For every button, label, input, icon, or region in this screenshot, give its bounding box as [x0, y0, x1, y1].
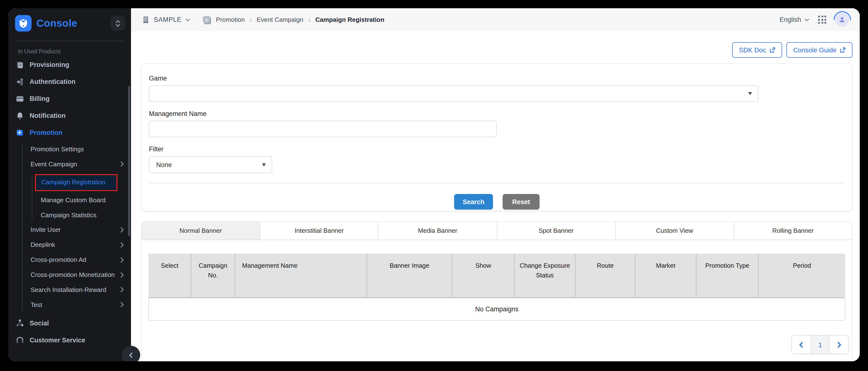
- game-select[interactable]: [149, 86, 758, 102]
- dropdown-caret-icon: [748, 92, 752, 95]
- breadcrumb-separator: ›: [249, 16, 253, 24]
- column-header-route: Route: [576, 254, 636, 297]
- sidebar-item-promotion[interactable]: Promotion: [8, 124, 131, 141]
- column-header-management-name: Management Name: [235, 254, 367, 297]
- form-actions: Search Reset: [149, 194, 845, 209]
- chevron-right-icon: [120, 227, 124, 233]
- sidebar-item-label: Social: [30, 319, 49, 327]
- sidebar-item-customer-service[interactable]: Customer Service: [8, 332, 131, 349]
- chevron-down-icon: [185, 18, 190, 21]
- table-header-row: Select Campaign No. Management Name Bann…: [149, 254, 845, 298]
- sidebar-expand-toggle-button[interactable]: [111, 16, 125, 31]
- campaign-table: Select Campaign No. Management Name Bann…: [149, 254, 845, 321]
- sidebar-item-billing[interactable]: Billing: [8, 90, 131, 107]
- sidebar-item-invite-user[interactable]: Invite User: [8, 223, 131, 238]
- login-icon: [15, 77, 24, 86]
- chevron-right-icon: [120, 161, 124, 167]
- pagination-current-page[interactable]: 1: [811, 336, 830, 353]
- sidebar-item-test[interactable]: Test: [8, 298, 131, 313]
- chevron-right-icon: [837, 341, 841, 348]
- chevron-right-icon: [120, 287, 124, 293]
- sidebar-item-label: Billing: [30, 95, 50, 102]
- apps-grid-icon[interactable]: [818, 15, 826, 24]
- console-guide-button[interactable]: Console Guide: [786, 42, 852, 58]
- column-header-banner-image: Banner Image: [367, 254, 453, 297]
- tab-interstitial-banner[interactable]: Interstitial Banner: [260, 222, 378, 240]
- sidebar-item-promotion-settings[interactable]: Promotion Settings: [8, 142, 131, 157]
- sidebar-item-social[interactable]: Social: [8, 315, 131, 332]
- org-selector[interactable]: SAMPLE: [142, 15, 190, 24]
- filter-label: Filter: [149, 145, 845, 153]
- pagination-prev-button[interactable]: [792, 336, 811, 353]
- sidebar-item-label: Authentication: [30, 78, 75, 86]
- tab-normal-banner[interactable]: Normal Banner: [142, 222, 260, 240]
- person-icon: [838, 16, 846, 23]
- column-header-promotion-type: Promotion Type: [697, 254, 759, 297]
- chevron-right-icon: [120, 302, 124, 308]
- console-logo-text: Console: [36, 18, 106, 29]
- page-content: SDK Doc Console Guide Game Management Na…: [131, 31, 860, 361]
- search-button[interactable]: Search: [454, 194, 493, 209]
- sidebar-item-label: Notification: [30, 112, 66, 119]
- campaign-list-card: Normal Banner Interstitial Banner Media …: [141, 221, 852, 361]
- chevron-right-icon: [120, 257, 124, 263]
- sidebar-item-manage-custom-board[interactable]: Manage Custom Board: [8, 193, 131, 208]
- sidebar-item-deeplink[interactable]: Deeplink: [8, 238, 131, 253]
- chevron-left-icon: [129, 352, 133, 358]
- chevron-up-icon: [115, 20, 121, 23]
- documents-icon: [15, 60, 24, 69]
- topbar-controls: English: [779, 12, 849, 27]
- table-empty-row: No Campaigns: [149, 298, 845, 321]
- breadcrumb-item-event-campaign[interactable]: Event Campaign: [257, 16, 303, 23]
- sidebar-item-campaign-statistics[interactable]: Campaign Statistics: [8, 208, 131, 223]
- language-selector[interactable]: English: [779, 16, 809, 23]
- tab-custom-view[interactable]: Custom View: [616, 222, 734, 240]
- tab-rolling-banner[interactable]: Rolling Banner: [734, 222, 852, 240]
- doc-links-row: SDK Doc Console Guide: [141, 42, 852, 58]
- sidebar-item-label: Promotion: [30, 129, 62, 136]
- column-header-change-exposure-status: Change Exposure Status: [515, 254, 576, 297]
- column-header-show: Show: [453, 254, 515, 297]
- sidebar: Console In Used Products Provisioning Au…: [8, 8, 131, 361]
- management-name-label: Management Name: [149, 110, 845, 117]
- app-window: Console In Used Products Provisioning Au…: [8, 8, 860, 361]
- promotion-submenu: Promotion Settings Event Campaign Campai…: [8, 141, 131, 315]
- screen: Console In Used Products Provisioning Au…: [0, 0, 868, 371]
- sidebar-item-notification[interactable]: Notification: [8, 107, 131, 124]
- share-nodes-icon: [15, 318, 24, 328]
- breadcrumb-item-promotion[interactable]: Promotion: [216, 16, 245, 23]
- sidebar-item-cross-promotion-ad[interactable]: Cross-promotion Ad: [8, 253, 131, 268]
- sidebar-item-cross-promotion-monetization[interactable]: Cross-promotion Monetization: [8, 268, 131, 283]
- avatar[interactable]: [835, 12, 849, 27]
- sidebar-item-search-installation-reward[interactable]: Search Installation-Reward: [8, 283, 131, 298]
- sdk-doc-button[interactable]: SDK Doc: [732, 42, 782, 58]
- management-name-input[interactable]: [149, 121, 497, 137]
- banner-type-tabs: Normal Banner Interstitial Banner Media …: [142, 222, 852, 240]
- chevron-down-icon: [804, 18, 809, 21]
- promotion-badge-icon: +: [203, 16, 210, 23]
- sidebar-item-event-campaign[interactable]: Event Campaign: [8, 157, 131, 172]
- pagination-next-button[interactable]: [830, 336, 848, 353]
- sidebar-item-label: Provisioning: [30, 61, 69, 68]
- tab-media-banner[interactable]: Media Banner: [379, 222, 497, 240]
- column-header-select: Select: [149, 254, 192, 297]
- filter-select[interactable]: None: [149, 156, 272, 173]
- bell-icon: [15, 111, 24, 120]
- tab-spot-banner[interactable]: Spot Banner: [497, 222, 616, 240]
- sidebar-item-authentication[interactable]: Authentication: [8, 73, 131, 90]
- language-label: English: [779, 16, 801, 23]
- sidebar-scrollbar[interactable]: [128, 86, 130, 236]
- sidebar-item-campaign-registration[interactable]: Campaign Registration: [35, 174, 117, 191]
- sidebar-item-label: Customer Service: [30, 337, 85, 344]
- sidebar-item-provisioning[interactable]: Provisioning: [8, 56, 131, 73]
- pagination-row: 1: [142, 335, 849, 354]
- credit-card-icon: [15, 94, 24, 103]
- headset-icon: [15, 336, 24, 345]
- breadcrumb-current: Campaign Registration: [315, 16, 384, 23]
- reset-button[interactable]: Reset: [503, 194, 539, 209]
- event-campaign-children: Campaign Registration Manage Custom Boar…: [8, 174, 131, 223]
- org-name: SAMPLE: [154, 16, 182, 23]
- chevron-down-icon: [115, 24, 121, 27]
- building-icon: [142, 15, 150, 24]
- console-shield-logo-icon: [15, 15, 32, 32]
